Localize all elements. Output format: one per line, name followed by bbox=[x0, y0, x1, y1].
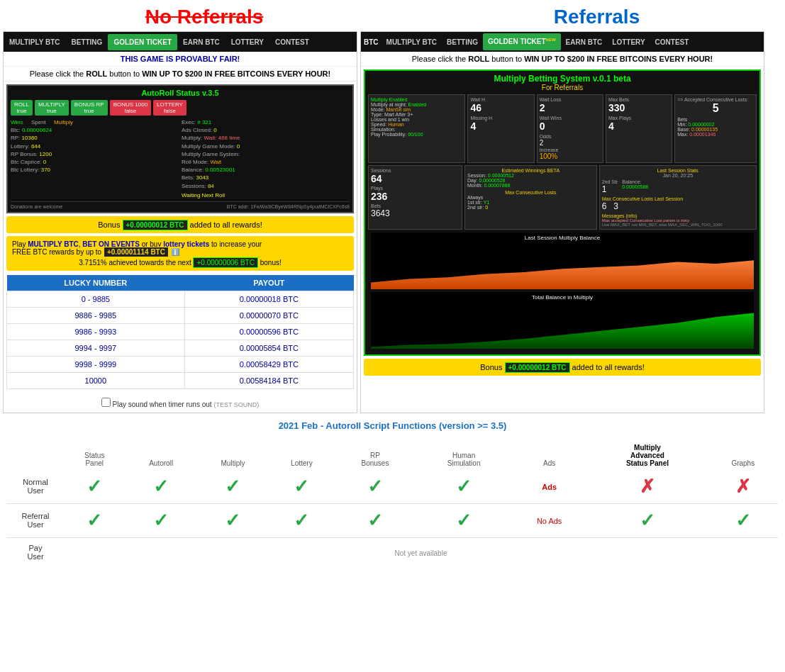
col-lottery: Lottery bbox=[269, 441, 334, 470]
accepted-label: => Accepted Consecutive Losts: bbox=[677, 97, 754, 102]
table-row: 10000 0.00584184 BTC bbox=[7, 372, 354, 388]
right-bonus-label: Bonus bbox=[480, 363, 502, 371]
normal-status-panel: ✓ bbox=[64, 470, 126, 504]
col-payout: PAYOUT bbox=[184, 275, 353, 291]
max-val-row: Max: 0.00001346 bbox=[677, 132, 754, 137]
night-enabled: Multiply at night: Enabled bbox=[371, 102, 462, 107]
col-lucky-number: LUCKY NUMBER bbox=[7, 275, 185, 291]
range-6: 10000 bbox=[7, 372, 185, 388]
referral-user-label: ReferralUser bbox=[7, 503, 64, 537]
col-human-sim: Human Simulation bbox=[416, 441, 512, 470]
lucky-table: LUCKY NUMBER PAYOUT 0 - 9885 0.00000018 … bbox=[6, 275, 354, 389]
table-row: 9994 - 9997 0.00005854 BTC bbox=[7, 340, 354, 356]
exec-stat: Exec: # 321 bbox=[182, 118, 350, 126]
nav-lottery[interactable]: LOTTERY bbox=[226, 34, 269, 50]
bets-count-label: Bets bbox=[371, 203, 460, 208]
payout-5: 0.00058429 BTC bbox=[184, 356, 353, 372]
nav-earn[interactable]: EARN BTC bbox=[177, 34, 226, 50]
bonus-rp-btn[interactable]: BONUS RPtrue bbox=[71, 100, 108, 116]
payout-3: 0.00000596 BTC bbox=[184, 323, 353, 340]
mode-label: Mode: ManSit sim bbox=[371, 107, 462, 112]
wins-label: Wins Spent Multiply bbox=[11, 118, 179, 126]
left-nav-bar: MULTIPLY BTC BETTING GOLDEN TICKET EARN … bbox=[4, 32, 357, 52]
lottery-btn[interactable]: LOTTERYfalse bbox=[153, 100, 186, 116]
sessions-val-label: Sessions bbox=[371, 168, 460, 173]
test-sound-link[interactable]: (TEST SOUND) bbox=[213, 401, 259, 408]
speed-label: Speed: Human bbox=[371, 122, 462, 127]
last-session-date: Jan 20, 20:25 bbox=[602, 173, 754, 178]
odds-val: 2 bbox=[540, 139, 601, 147]
btc-lottery-stat: Btc Lottery: 370 bbox=[11, 166, 179, 174]
right-nav-btc[interactable]: BTC bbox=[361, 34, 382, 50]
col-autoroll: Autoroll bbox=[126, 441, 197, 470]
autoroll-status-box: AutoRoll Status v.3.5 ROLLtrue MULTIPLYt… bbox=[6, 84, 354, 213]
autoroll-title: AutoRoll Status v.3.5 bbox=[11, 89, 350, 97]
simulation-label: Simulation: bbox=[371, 127, 462, 132]
right-nav-betting[interactable]: BETTING bbox=[442, 34, 483, 50]
month-est: Month: 0.00007888 bbox=[467, 183, 594, 188]
rp-bonus-stat: RP Bonus: 1200 bbox=[11, 150, 179, 158]
min-val-row: Min: 0.00000002 bbox=[677, 122, 754, 127]
always-label: Always bbox=[467, 195, 594, 200]
left-panel: MULTIPLY BTC BETTING GOLDEN TICKET EARN … bbox=[3, 31, 357, 413]
right-nav-earn[interactable]: EARN BTC bbox=[561, 34, 608, 50]
bonus-suffix: added to all rewards! bbox=[190, 220, 262, 229]
day-est: Day: 0.00000528 bbox=[467, 178, 594, 183]
table-row: 9998 - 9999 0.00058429 BTC bbox=[7, 356, 354, 372]
missing-h-label: Missing H bbox=[470, 116, 531, 121]
max-bets-val: 330 bbox=[608, 102, 669, 113]
normal-multiply: ✓ bbox=[197, 470, 269, 504]
right-nav-multiply[interactable]: MULTIPLY BTC bbox=[382, 34, 442, 50]
right-nav-golden[interactable]: GOLDEN TICKETNEW bbox=[483, 33, 561, 50]
right-nav-bar: BTC MULTIPLY BTC BETTING GOLDEN TICKETNE… bbox=[361, 32, 764, 52]
sessions-stat: Sessions: 84 bbox=[182, 182, 350, 190]
nav-golden[interactable]: GOLDEN TICKET bbox=[108, 34, 177, 50]
wait-loss-val: 2 bbox=[540, 102, 601, 113]
nav-multiply[interactable]: MULTIPLY BTC bbox=[4, 34, 65, 50]
no-referrals-title: No Referrals bbox=[145, 6, 264, 28]
pay-user-row: PayUser Not yet available bbox=[7, 537, 778, 566]
increase-val: 100% bbox=[540, 152, 601, 160]
session-est: Session: 0.00000512 bbox=[467, 173, 594, 178]
missing-h-val: 4 bbox=[470, 121, 531, 132]
provably-fair-text: THIS GAME IS PROVABLY FAIR! bbox=[4, 52, 357, 67]
payout-1: 0.00000018 BTC bbox=[184, 291, 353, 307]
right-bonus-bar: Bonus +0.00000012 BTC added to all rewar… bbox=[364, 359, 761, 376]
right-panel: BTC MULTIPLY BTC BETTING GOLDEN TICKETNE… bbox=[360, 31, 764, 413]
referral-ads: No Ads bbox=[512, 503, 587, 537]
right-nav-lottery[interactable]: LOTTERY bbox=[607, 34, 650, 50]
range-5: 9998 - 9999 bbox=[7, 356, 185, 372]
chart2-label: Total Balance in Multiply bbox=[532, 294, 593, 301]
sound-row: Play sound when timer runs out (TEST SOU… bbox=[4, 393, 357, 413]
right-nav-contest[interactable]: CONTEST bbox=[650, 34, 694, 50]
prob-label: Play Probability: 60/100 bbox=[371, 132, 462, 137]
normal-rp-bonuses: ✓ bbox=[335, 470, 416, 504]
roll-btn[interactable]: ROLLtrue bbox=[11, 100, 33, 116]
max-plays-val: 4 bbox=[608, 121, 669, 132]
col-multiply: Multiply bbox=[197, 441, 269, 470]
promo-bar: Play MULTIPLY BTC, BET ON EVENTS or buy … bbox=[6, 236, 354, 271]
type-label: Type: Mart After 3+ bbox=[371, 112, 462, 117]
multiply-btn[interactable]: MULTIPLYtrue bbox=[35, 100, 69, 116]
multiply-enabled: Multiply Enabled bbox=[371, 97, 462, 102]
normal-advanced: ✗ bbox=[586, 470, 708, 504]
range-4: 9994 - 9997 bbox=[7, 340, 185, 356]
wallet-addr: BTC addr: 1FwWa3lCByeW84RNpSy4pudMClCXFc… bbox=[227, 204, 350, 209]
donations-text: Donations are welcome bbox=[11, 204, 62, 209]
not-yet-available: Not yet available bbox=[64, 537, 778, 566]
game-mode-stat: Multiply Game Mode: 0 bbox=[182, 142, 350, 150]
comparison-section: 2021 Feb - Autoroll Script Functions (ve… bbox=[0, 413, 785, 566]
payout-2: 0.00000070 BTC bbox=[184, 307, 353, 323]
sound-checkbox[interactable] bbox=[101, 398, 111, 407]
first-str-stat: 1st str: Y1 bbox=[467, 200, 594, 205]
bonus1000-btn[interactable]: BONUS 1000false bbox=[110, 100, 151, 116]
nav-contest[interactable]: CONTEST bbox=[269, 34, 315, 50]
comparison-title: 2021 Feb - Autoroll Script Functions (ve… bbox=[7, 420, 778, 431]
referrals-title: Referrals bbox=[554, 6, 640, 28]
lottery-stat: Lottery: 644 bbox=[11, 142, 179, 150]
wait-loss-label: Wait Loss bbox=[540, 97, 601, 102]
right-bonus-suffix: added to all rewards! bbox=[572, 363, 645, 371]
promo-line2: FREE BTC rewards by up to +0.00001114 BT… bbox=[12, 248, 348, 256]
nav-betting[interactable]: BETTING bbox=[65, 34, 108, 50]
pay-user-label: PayUser bbox=[7, 537, 64, 566]
